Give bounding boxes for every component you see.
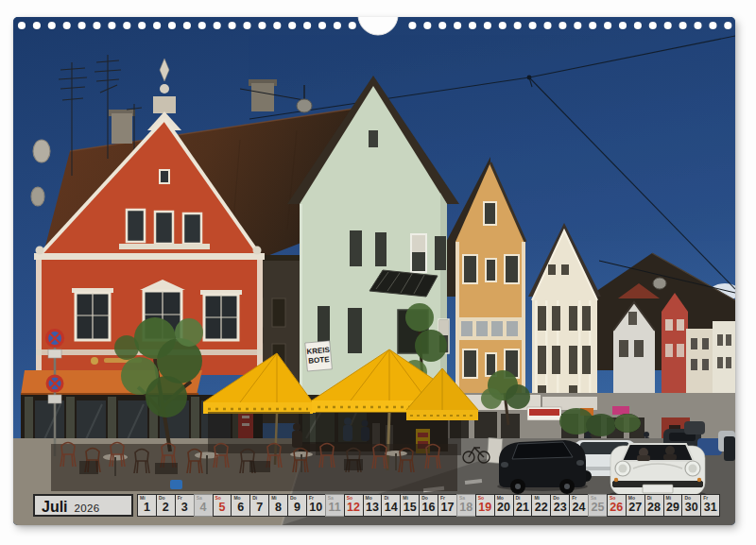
binding-hole [543, 22, 551, 29]
calendar-day-19: So19 [475, 494, 495, 517]
binding-hole [469, 22, 476, 29]
day-number: 5 [214, 501, 232, 514]
day-number: 18 [457, 501, 475, 514]
day-number: 12 [345, 501, 363, 514]
binding-hole [679, 22, 687, 29]
binding-hole [229, 22, 236, 29]
calendar-day-5: So5 [213, 494, 232, 517]
binding-hole [334, 22, 341, 29]
calendar-photo: KREIS BOTE [13, 17, 735, 525]
day-number: 16 [420, 501, 438, 514]
binding-hole [634, 22, 642, 29]
day-number: 8 [269, 501, 287, 514]
year-label: 2026 [75, 502, 100, 514]
binding-hole [18, 22, 26, 29]
calendar-day-21: Di21 [513, 494, 533, 517]
day-number: 13 [364, 501, 382, 514]
day-number: 2 [157, 501, 175, 514]
binding-hole [138, 22, 146, 29]
calendar-day-29: Mi29 [663, 494, 683, 517]
binding-hole [183, 22, 191, 29]
binding-hole [198, 22, 206, 29]
binding-hole [123, 22, 130, 29]
binding-hole [649, 22, 657, 29]
calendar-day-31: Fr31 [700, 494, 720, 517]
binding-hole [724, 22, 731, 29]
calendar-day-3: Fr3 [175, 494, 195, 517]
day-number: 1 [138, 501, 156, 514]
day-number: 14 [382, 501, 400, 514]
calendar-day-9: Do9 [287, 494, 307, 517]
day-number: 9 [288, 501, 306, 514]
binding-hole [619, 22, 627, 29]
day-number: 6 [232, 501, 249, 514]
binding-hole [273, 22, 281, 29]
binding-hole [604, 22, 611, 29]
calendar-day-13: Mo13 [363, 494, 383, 517]
binding-hole [48, 22, 56, 29]
binding-hole [243, 22, 250, 29]
calendar-day-26: So26 [607, 494, 627, 517]
day-number: 31 [701, 501, 719, 514]
binding-hole [93, 22, 100, 29]
day-number: 20 [495, 501, 513, 514]
calendar-day-1: Mi1 [137, 494, 157, 517]
binding-hole [288, 22, 296, 29]
day-number: 28 [645, 501, 663, 514]
calendar-day-17: Fr17 [438, 494, 457, 517]
binding-hole [529, 22, 537, 29]
binding-hole [484, 22, 491, 29]
blue-bag [170, 480, 182, 489]
calendar-day-15: Mi15 [400, 494, 420, 517]
binding-hole [664, 22, 672, 29]
day-number: 19 [476, 501, 494, 514]
month-name: Juli [42, 498, 68, 517]
calendar-day-27: Mo27 [626, 494, 645, 517]
calendar-day-8: Mi8 [268, 494, 288, 517]
binding-hole [694, 22, 701, 29]
day-number: 29 [664, 501, 682, 514]
binding-hole [318, 22, 326, 29]
binding-hole [33, 22, 41, 29]
binding-hole [558, 22, 566, 29]
day-number: 3 [176, 501, 194, 514]
binding-hole [438, 22, 446, 29]
day-number: 22 [532, 501, 550, 514]
binding-hole [709, 22, 716, 29]
calendar-day-7: Di7 [249, 494, 269, 517]
binding-hole [78, 22, 86, 29]
day-number: 4 [195, 501, 213, 514]
binding-hole [258, 22, 266, 29]
binding-hole [349, 22, 356, 29]
day-number: 11 [326, 501, 344, 514]
calendar-day-18: Sa18 [456, 494, 476, 517]
calendar-day-23: Do23 [550, 494, 570, 517]
day-number: 27 [627, 501, 644, 514]
binding-hole [408, 22, 416, 29]
day-number: 30 [682, 501, 700, 514]
calendar-day-4: Sa4 [194, 494, 214, 517]
calendar-day-16: Do16 [419, 494, 438, 517]
binding-hole [214, 22, 221, 29]
binding-hole [63, 22, 71, 29]
calendar-days: Mi1Do2Fr3Sa4So5Mo6Di7Mi8Do9Fr10Sa11So12M… [137, 494, 720, 517]
calendar-day-24: Fr24 [569, 494, 589, 517]
day-number: 10 [307, 501, 325, 514]
calendar-day-12: So12 [344, 494, 364, 517]
day-number: 21 [514, 501, 532, 514]
binding-hole [514, 22, 522, 29]
binding-hole [423, 22, 431, 29]
calendar-day-10: Fr10 [306, 494, 326, 517]
calendar-day-20: Mo20 [494, 494, 514, 517]
binding-hole [499, 22, 507, 29]
binding-hole [454, 22, 461, 29]
calendar-day-30: Do30 [681, 494, 701, 517]
calendar-sheet: KREIS BOTE [13, 17, 735, 525]
porsche-car [609, 444, 707, 501]
day-number: 26 [608, 501, 626, 514]
binding-hole [168, 22, 176, 29]
day-number: 15 [401, 501, 419, 514]
calendar-day-22: Mi22 [531, 494, 551, 517]
day-number: 17 [438, 501, 456, 514]
binding-hole [153, 22, 161, 29]
